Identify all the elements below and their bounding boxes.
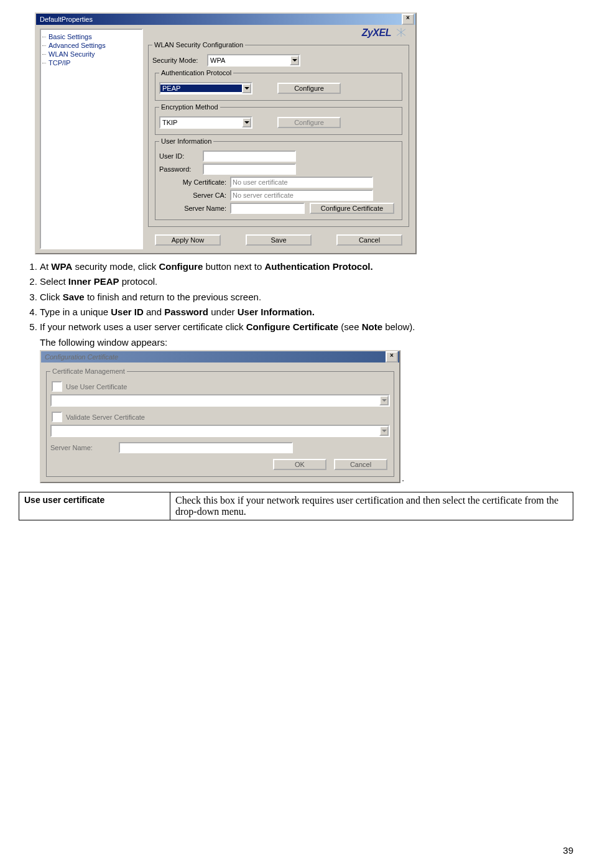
title-bar[interactable]: DefaultProperties × [36, 14, 415, 25]
tree-item-advanced[interactable]: Advanced Settings [42, 41, 141, 50]
server-ca-field [230, 190, 373, 201]
security-mode-select[interactable]: WPA [207, 54, 300, 67]
encryption-group: Encryption Method TKIP Configure [155, 103, 402, 135]
close-icon[interactable]: × [402, 14, 414, 25]
password-input[interactable] [203, 164, 296, 175]
page-number: 39 [563, 845, 573, 856]
server-ca-label: Server CA: [159, 192, 230, 199]
nav-tree[interactable]: Basic Settings Advanced Settings WLAN Se… [40, 29, 143, 249]
use-user-cert-row[interactable]: Use User Certificate [52, 381, 389, 392]
default-properties-dialog: DefaultProperties × Basic Settings Advan… [35, 12, 417, 254]
validate-server-label: Validate Server Certificate [66, 413, 145, 421]
brand-icon [395, 28, 407, 37]
definition-table: Use user certificate Check this box if y… [19, 492, 573, 520]
wlan-security-legend: WLAN Security Configuration [152, 41, 245, 48]
chevron-down-icon[interactable] [242, 83, 251, 93]
tree-item-tcpip[interactable]: TCP/IP [42, 58, 141, 67]
validate-server-row[interactable]: Validate Server Certificate [52, 412, 389, 422]
instruction-list: At WPA security mode, click Configure bu… [19, 261, 573, 333]
encryption-legend: Encryption Method [159, 103, 220, 111]
def-desc: Check this box if your network requires … [170, 492, 573, 520]
brand-logo: ZyXEL [362, 27, 391, 38]
chevron-down-icon [379, 395, 389, 405]
configuration-certificate-dialog: Configuration Certificate × Certificate … [40, 350, 400, 483]
tree-item-wlan-security[interactable]: WLAN Security [42, 50, 141, 58]
apply-now-button[interactable]: Apply Now [155, 234, 221, 246]
cancel-button[interactable]: Cancel [334, 459, 387, 470]
step-3: Click Save to finish and return to the p… [40, 291, 573, 303]
user-id-label: User ID: [159, 152, 203, 160]
auth-protocol-group: Authentication Protocol PEAP Configure [155, 69, 402, 101]
user-cert-select [50, 394, 390, 407]
wlan-security-group: WLAN Security Configuration Security Mod… [148, 41, 409, 227]
auth-protocol-value: PEAP [160, 85, 242, 92]
server-name-input[interactable] [119, 442, 293, 453]
auth-protocol-legend: Authentication Protocol [159, 69, 233, 76]
def-term: Use user certificate [19, 492, 170, 520]
password-label: Password: [159, 165, 203, 173]
cert-management-group: Certificate Management Use User Certific… [46, 367, 394, 477]
auth-protocol-select[interactable]: PEAP [159, 82, 252, 95]
window-title: Configuration Certificate [42, 353, 386, 361]
security-mode-value: WPA [208, 57, 290, 64]
my-cert-label: My Certificate: [159, 178, 230, 186]
user-info-group: User Information User ID: Password: My C… [155, 137, 402, 220]
brand-row: ZyXEL [146, 26, 412, 39]
tree-item-basic[interactable]: Basic Settings [42, 32, 141, 41]
my-cert-field [230, 177, 373, 188]
cert-management-legend: Certificate Management [50, 367, 127, 375]
step-1: At WPA security mode, click Configure bu… [40, 261, 573, 273]
user-info-legend: User Information [159, 137, 213, 145]
user-id-input[interactable] [203, 150, 296, 162]
encryption-select[interactable]: TKIP [159, 116, 252, 129]
use-user-cert-label: Use User Certificate [66, 383, 127, 390]
chevron-down-icon[interactable] [242, 118, 251, 127]
close-icon[interactable]: × [386, 351, 398, 362]
chevron-down-icon [379, 426, 389, 436]
step-2: Select Inner PEAP protocol. [40, 275, 573, 288]
server-name-input[interactable] [230, 203, 305, 214]
chevron-down-icon[interactable] [290, 55, 299, 65]
step-4: Type in a unique User ID and Password un… [40, 306, 573, 318]
step-5-sub: The following window appears: [40, 337, 573, 348]
use-user-cert-checkbox[interactable] [52, 381, 62, 392]
ok-button[interactable]: OK [273, 459, 326, 470]
trailing-period: . [402, 473, 404, 483]
server-name-label: Server Name: [159, 205, 230, 212]
cancel-button[interactable]: Cancel [336, 234, 402, 246]
validate-server-checkbox[interactable] [52, 412, 62, 422]
encryption-value: TKIP [160, 119, 242, 126]
configure-certificate-button[interactable]: Configure Certificate [310, 203, 394, 214]
encryption-configure-button: Configure [277, 117, 341, 128]
server-cert-select [50, 425, 390, 437]
window-title: DefaultProperties [37, 16, 402, 23]
server-name-label: Server Name: [50, 444, 119, 451]
title-bar[interactable]: Configuration Certificate × [41, 351, 399, 362]
auth-configure-button[interactable]: Configure [277, 83, 341, 94]
security-mode-label: Security Mode: [152, 57, 207, 64]
step-5: If your network uses a user server certi… [40, 321, 573, 333]
save-button[interactable]: Save [246, 234, 312, 246]
